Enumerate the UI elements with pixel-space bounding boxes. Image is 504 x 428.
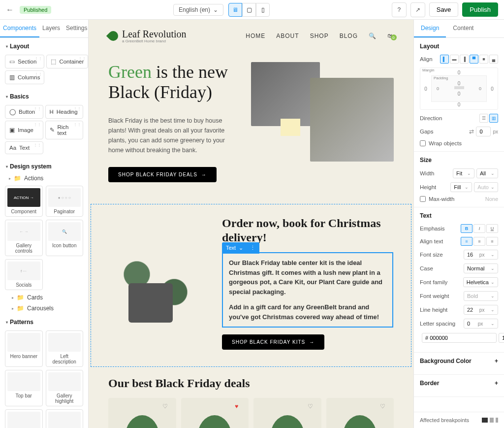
align-top-button[interactable]: ▀ bbox=[470, 55, 478, 64]
section-patterns-header[interactable]: Patterns bbox=[0, 314, 88, 329]
folder-actions[interactable]: 📁 Actions bbox=[0, 173, 88, 184]
pattern-gallery-highlight[interactable]: Gallery highlight bbox=[46, 370, 84, 406]
nav-about[interactable]: ABOUT bbox=[276, 33, 299, 39]
width-select[interactable]: Fit bbox=[453, 168, 474, 178]
back-arrow-icon[interactable]: ← bbox=[6, 5, 14, 14]
gap-link-icon[interactable]: ⇄ bbox=[469, 128, 474, 135]
hero-section[interactable]: Green is the new Black (Friday) Black Fr… bbox=[89, 52, 413, 202]
font-family-select[interactable]: Helvetica bbox=[463, 277, 498, 287]
thumb-gallery-controls[interactable]: ← →Gallery controls bbox=[5, 220, 43, 256]
thumb-component[interactable]: ACTION →Component bbox=[5, 186, 43, 217]
nav-shop[interactable]: SHOP bbox=[310, 33, 329, 39]
product-card[interactable]: ♡ bbox=[326, 398, 394, 428]
tab-components[interactable]: Components bbox=[0, 20, 39, 37]
nav-home[interactable]: HOME bbox=[246, 33, 265, 39]
help-icon[interactable]: ? bbox=[392, 2, 407, 17]
tab-settings[interactable]: Settings bbox=[63, 20, 89, 37]
gaps-input[interactable] bbox=[476, 127, 491, 136]
text-align-right-button[interactable]: ≡ bbox=[486, 237, 498, 246]
plus-icon[interactable]: + bbox=[495, 380, 498, 387]
underline-button[interactable]: U bbox=[486, 224, 498, 233]
wrap-checkbox[interactable] bbox=[420, 140, 426, 146]
pattern-hero-banner[interactable]: Hero banner bbox=[5, 330, 43, 367]
canvas[interactable]: Leaf Revolution a GreenBelt Home brand H… bbox=[89, 20, 413, 428]
component-button[interactable]: ◯Button⋮⋮ bbox=[5, 105, 43, 119]
plus-icon[interactable]: + bbox=[495, 358, 498, 364]
deals-section[interactable]: Our best Black Friday deals ♡ ♥ ♡ ♡ bbox=[89, 369, 413, 428]
order-section-selected[interactable]: Order now, book for Christmas delivery! … bbox=[91, 204, 411, 367]
font-size-select[interactable]: 16 px bbox=[464, 250, 498, 260]
gift-image[interactable] bbox=[109, 239, 202, 328]
section-basics-header[interactable]: Basics bbox=[0, 88, 88, 103]
border-section[interactable]: Border+ bbox=[414, 375, 504, 397]
folder-cards[interactable]: 📁 Cards bbox=[0, 292, 88, 303]
hero-description[interactable]: Black Friday is the best time to buy hou… bbox=[108, 116, 236, 155]
text-align-left-button[interactable]: ≡ bbox=[461, 237, 472, 246]
italic-button[interactable]: I bbox=[473, 224, 485, 233]
bg-color-section[interactable]: Background Color+ bbox=[414, 353, 504, 375]
nav-blog[interactable]: BLOG bbox=[340, 33, 358, 39]
save-button[interactable]: Save bbox=[429, 2, 459, 17]
folder-carousels[interactable]: 📁 Carousels bbox=[0, 303, 88, 314]
line-height-select[interactable]: 22 px bbox=[464, 305, 498, 315]
thumb-paginator[interactable]: ● ○ ○ ○Paginator bbox=[46, 186, 84, 217]
component-container[interactable]: ⬚Container⋮⋮ bbox=[46, 55, 88, 68]
tab-design[interactable]: Design bbox=[414, 20, 446, 37]
cart-icon[interactable]: 🛍 bbox=[387, 33, 394, 39]
pattern-left-description[interactable]: Left description bbox=[46, 330, 84, 367]
tab-layers[interactable]: Layers bbox=[39, 20, 63, 37]
heart-icon[interactable]: ♡ bbox=[308, 403, 316, 412]
product-card[interactable]: ♡ bbox=[108, 398, 176, 428]
align-left-button[interactable]: ▌ bbox=[440, 55, 449, 64]
direction-row-button[interactable]: ☰ bbox=[479, 114, 488, 123]
height-select[interactable]: Fill bbox=[450, 182, 472, 192]
section-layout-header[interactable]: Layout bbox=[0, 38, 88, 53]
search-icon[interactable]: 🔍 bbox=[369, 33, 377, 39]
hero-cta-button[interactable]: SHOP BLACK FRIDAY DEALS→ bbox=[108, 167, 217, 182]
heart-icon[interactable]: ♡ bbox=[380, 403, 389, 412]
align-right-button[interactable]: ▐ bbox=[460, 55, 469, 64]
direction-column-button[interactable]: ▥ bbox=[489, 114, 498, 123]
deals-title[interactable]: Our best Black Friday deals bbox=[108, 377, 394, 390]
text-align-center-button[interactable]: ≡ bbox=[473, 237, 485, 246]
component-text[interactable]: AaText⋮⋮ bbox=[5, 141, 43, 154]
open-external-icon[interactable]: ↗ bbox=[410, 2, 425, 17]
chevron-down-icon[interactable]: ⌄ bbox=[239, 244, 243, 252]
width-unit-select[interactable]: All bbox=[476, 168, 498, 178]
order-cta-button[interactable]: SHOP BLACK FRIDAY KITS→ bbox=[222, 334, 324, 350]
publish-button[interactable]: Publish bbox=[462, 2, 498, 17]
heart-icon-liked[interactable]: ♥ bbox=[235, 403, 244, 412]
hero-title[interactable]: Green is the new Black (Friday) bbox=[108, 62, 236, 103]
tab-content[interactable]: Content bbox=[446, 20, 480, 37]
component-richtext[interactable]: ✎Rich text⋮⋮ bbox=[45, 121, 84, 139]
pattern-gallery-articles[interactable]: Gallery articles bbox=[46, 409, 84, 428]
thumb-socials[interactable]: f ⋯Socials bbox=[5, 259, 43, 290]
bold-button[interactable]: B bbox=[461, 224, 472, 233]
language-select[interactable]: English (en) ⌄ bbox=[173, 4, 223, 16]
align-center-h-button[interactable]: ▬ bbox=[450, 55, 459, 64]
color-hex-input[interactable] bbox=[422, 333, 497, 343]
breakpoint-icons[interactable] bbox=[482, 418, 498, 423]
section-design-system-header[interactable]: Design system bbox=[0, 158, 88, 173]
order-title[interactable]: Order now, book for Christmas delivery! bbox=[222, 216, 393, 245]
product-card[interactable]: ♥ bbox=[181, 398, 249, 428]
pattern-top-bar[interactable]: Top bar bbox=[5, 370, 43, 406]
component-heading[interactable]: HHeading⋮⋮ bbox=[45, 105, 84, 119]
component-columns[interactable]: ▥Columns⋮⋮ bbox=[5, 70, 44, 84]
hero-images[interactable] bbox=[251, 62, 394, 182]
component-section[interactable]: ▭Section⋮⋮ bbox=[5, 55, 44, 68]
pattern-product-card[interactable]: Product card bbox=[5, 409, 43, 428]
maxwidth-checkbox[interactable] bbox=[420, 196, 426, 202]
device-mobile-button[interactable]: ▯ bbox=[256, 3, 270, 17]
spacing-control[interactable]: Margin 0 0 Padding 0 0 0 0 bbox=[420, 67, 498, 110]
font-weight-select[interactable]: Bold bbox=[464, 291, 498, 301]
align-center-v-button[interactable]: ■ bbox=[479, 55, 488, 64]
heart-icon[interactable]: ♡ bbox=[162, 403, 171, 412]
device-tablet-button[interactable]: ▢ bbox=[242, 3, 256, 17]
device-desktop-button[interactable]: 🖥 bbox=[228, 3, 242, 17]
case-select[interactable]: Normal bbox=[464, 263, 498, 273]
product-card[interactable]: ♡ bbox=[253, 398, 321, 428]
brand[interactable]: Leaf Revolution a GreenBelt Home brand bbox=[108, 29, 187, 43]
letter-spacing-select[interactable]: 0 px bbox=[464, 319, 498, 329]
thumb-icon-button[interactable]: 🔍Icon button bbox=[46, 220, 84, 256]
